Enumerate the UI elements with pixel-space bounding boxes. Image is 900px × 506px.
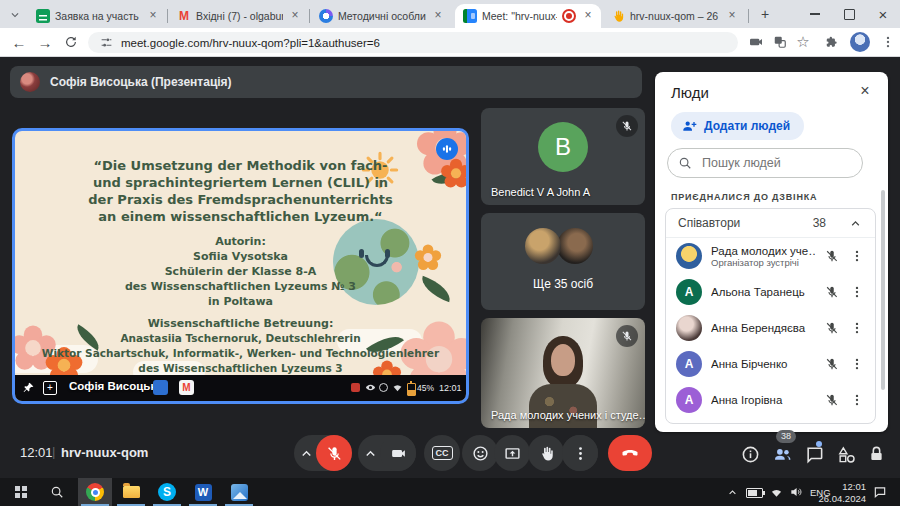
mute-button[interactable] — [824, 356, 840, 372]
tab-methodical[interactable]: Методичні особливості ви × — [311, 4, 451, 28]
participant-tile-benedict[interactable]: B Benedict V A John A — [481, 108, 645, 205]
captions-button[interactable]: CC — [424, 435, 460, 471]
action-center-icon[interactable] — [872, 484, 888, 500]
start-button[interactable] — [4, 478, 38, 506]
participant-name: Анна Берендяєва — [711, 322, 815, 334]
taskbar-word-button[interactable]: W — [186, 478, 220, 506]
tray-battery-icon[interactable] — [746, 488, 763, 498]
pin-icon[interactable] — [22, 381, 35, 394]
tab-title: Методичні особливості ви — [338, 10, 426, 22]
contributors-group-header[interactable]: Співавтори 38 — [666, 209, 875, 238]
tab-close-icon[interactable]: × — [288, 9, 302, 23]
participant-menu-button[interactable] — [849, 284, 865, 300]
mic-off-badge — [616, 115, 638, 137]
new-tab-button[interactable]: + — [756, 6, 774, 24]
reactions-button[interactable] — [462, 435, 498, 471]
tab-gmail[interactable]: Вхідні (7) - olgaburbonova@ × — [169, 4, 308, 28]
mic-off-icon — [825, 249, 839, 263]
mic-options-chevron[interactable] — [298, 445, 314, 461]
tab-close-icon[interactable]: × — [431, 9, 445, 23]
participant-menu-button[interactable] — [849, 320, 865, 336]
site-favicon-icon — [319, 9, 333, 23]
taskbar-search-button[interactable] — [40, 478, 74, 506]
emoji-icon — [472, 445, 489, 462]
shared-recording-icon — [351, 383, 360, 392]
tray-volume-icon[interactable] — [788, 484, 804, 500]
tray-clock[interactable]: 12:01 26.04.2024 — [818, 481, 866, 504]
add-people-button[interactable]: Додати людей — [671, 112, 804, 140]
mic-off-icon — [825, 393, 839, 407]
activities-button[interactable] — [835, 443, 857, 465]
shared-battery-icon — [407, 383, 416, 396]
tab-separator — [167, 9, 168, 23]
slide-title-line: “Die Umsetzung der Methodik von fach- — [15, 157, 466, 174]
present-button[interactable] — [494, 435, 530, 471]
person-face — [551, 344, 575, 376]
mute-button[interactable] — [824, 320, 840, 336]
browser-profile-avatar[interactable] — [850, 32, 870, 52]
presenter-banner: Софія Висоцька (Презентація) — [10, 66, 642, 98]
participant-menu-button[interactable] — [849, 356, 865, 372]
taskbar-photos-button[interactable] — [222, 478, 256, 506]
window-close-button[interactable]: × — [866, 0, 900, 28]
mute-button[interactable] — [824, 392, 840, 408]
tray-show-hidden-icons[interactable] — [724, 484, 740, 500]
tab-title: hrv-nuux-qom – 26 квіт. 202 — [630, 10, 720, 22]
chevron-up-icon[interactable] — [848, 216, 863, 231]
audio-level-indicator — [436, 138, 458, 160]
tab-meet-attendance[interactable]: hrv-nuux-qom – 26 квіт. 202 × — [603, 4, 745, 28]
tab-camera-access-icon[interactable] — [746, 32, 766, 52]
contributors-group: Співавтори 38 Рада молодих уче… (Ви) Орг… — [665, 208, 876, 424]
people-panel-title: Люди — [671, 84, 709, 101]
meeting-details-button[interactable] — [739, 443, 761, 465]
camera-options-chevron[interactable] — [362, 445, 378, 461]
more-options-button[interactable] — [562, 435, 598, 471]
address-bar[interactable]: meet.google.com/hrv-nuux-qom?pli=1&authu… — [88, 32, 738, 53]
people-search-input[interactable] — [700, 155, 844, 171]
forward-button[interactable]: → — [34, 31, 56, 53]
host-controls-button[interactable] — [865, 443, 887, 465]
mic-off-icon — [326, 445, 343, 462]
extensions-icon[interactable] — [822, 32, 842, 52]
end-call-button[interactable] — [608, 435, 652, 471]
people-search-box[interactable] — [667, 148, 863, 178]
camera-toggle-button[interactable] — [380, 435, 416, 471]
presentation-tile[interactable]: “Die Umsetzung der Methodik von fach- un… — [12, 128, 469, 404]
tab-close-icon[interactable]: × — [581, 9, 595, 23]
tab-close-icon[interactable]: × — [146, 9, 160, 23]
participant-video-tile[interactable]: Рада молодих учених і студе… — [481, 318, 645, 428]
tab-close-icon[interactable]: × — [725, 9, 739, 23]
taskbar-explorer-button[interactable] — [114, 478, 148, 506]
tab-list-chevron-button[interactable] — [6, 6, 24, 24]
participant-row: A Альона Таранець — [666, 274, 875, 310]
mic-toggle-button[interactable] — [316, 435, 352, 471]
tab-meet-active[interactable]: Meet: "hrv-nuux-qom" × — [455, 4, 601, 28]
chat-button[interactable] — [803, 443, 825, 465]
people-button[interactable] — [771, 443, 793, 465]
shared-wifi-icon — [392, 382, 403, 393]
participant-menu-button[interactable] — [849, 248, 865, 264]
picture-in-picture-icon[interactable]: + — [43, 381, 57, 395]
people-panel-close-icon[interactable]: × — [856, 82, 874, 100]
back-button[interactable]: ← — [8, 31, 30, 53]
slide-title-line: und sprachintegriertem Lernen (CLIL) in — [15, 174, 466, 191]
browser-menu-icon[interactable] — [878, 32, 898, 52]
bookmark-star-icon[interactable]: ☆ — [793, 32, 813, 52]
overflow-tile-others[interactable]: Ще 35 осіб — [481, 213, 645, 310]
mute-button[interactable] — [824, 284, 840, 300]
window-minimize-button[interactable] — [798, 0, 832, 28]
translate-icon[interactable] — [770, 32, 790, 52]
taskbar-chrome-button[interactable] — [78, 478, 112, 506]
mute-button[interactable] — [824, 248, 840, 264]
skype-logo-icon: S — [158, 483, 176, 501]
tray-network-icon[interactable] — [768, 484, 784, 500]
panel-scrollbar[interactable] — [881, 190, 885, 390]
tab-sheets[interactable]: Заявка на участь у І І МD × — [28, 4, 166, 28]
raise-hand-button[interactable] — [528, 435, 564, 471]
slide-body-line: Wiktor Sachartschuk, Informatik-, Werken… — [15, 346, 466, 361]
participant-menu-button[interactable] — [849, 392, 865, 408]
taskbar-skype-button[interactable]: S — [150, 478, 184, 506]
reload-button[interactable] — [60, 31, 82, 53]
site-settings-icon[interactable] — [100, 36, 113, 49]
window-maximize-button[interactable] — [832, 0, 866, 28]
